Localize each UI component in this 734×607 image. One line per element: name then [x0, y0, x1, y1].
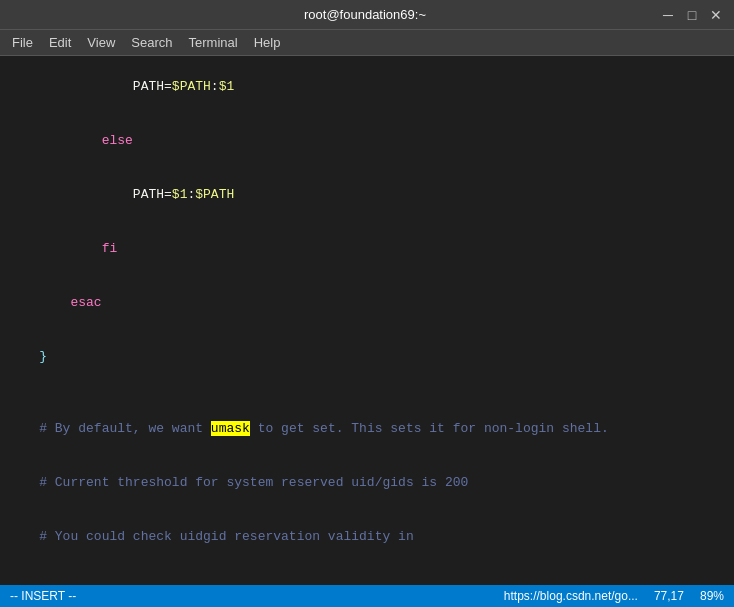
- code-line-1: PATH=$PATH:$1: [0, 60, 734, 114]
- status-url: https://blog.csdn.net/go...: [504, 589, 638, 603]
- status-bar: -- INSERT -- https://blog.csdn.net/go...…: [0, 585, 734, 607]
- menu-help[interactable]: Help: [246, 32, 289, 53]
- window-controls: ─ □ ✕: [660, 7, 724, 23]
- menu-search[interactable]: Search: [123, 32, 180, 53]
- code-line-10: # You could check uidgid reservation val…: [0, 510, 734, 564]
- cursor-position: 77,17: [654, 589, 684, 603]
- title-bar: root@foundation69:~ ─ □ ✕: [0, 0, 734, 30]
- code-line-6: }: [0, 330, 734, 384]
- code-line-9: # Current threshold for system reserved …: [0, 456, 734, 510]
- code-line-7: [0, 384, 734, 402]
- menu-view[interactable]: View: [79, 32, 123, 53]
- editor-mode: -- INSERT --: [10, 589, 76, 603]
- code-line-8: # By default, we want umask to get set. …: [0, 402, 734, 456]
- maximize-button[interactable]: □: [684, 7, 700, 23]
- code-line-3: PATH=$1:$PATH: [0, 168, 734, 222]
- minimize-button[interactable]: ─: [660, 7, 676, 23]
- window-title: root@foundation69:~: [70, 7, 660, 22]
- menu-bar: File Edit View Search Terminal Help: [0, 30, 734, 56]
- menu-terminal[interactable]: Terminal: [181, 32, 246, 53]
- code-line-11: # /usr/share/doc/setup-*/uidgid file: [0, 564, 734, 585]
- editor-area[interactable]: PATH=$PATH:$1 else PATH=$1:$PATH fi esac…: [0, 56, 734, 585]
- status-right: https://blog.csdn.net/go... 77,17 89%: [504, 589, 724, 603]
- menu-edit[interactable]: Edit: [41, 32, 79, 53]
- scroll-percentage: 89%: [700, 589, 724, 603]
- status-left: -- INSERT --: [10, 589, 76, 603]
- code-line-4: fi: [0, 222, 734, 276]
- menu-file[interactable]: File: [4, 32, 41, 53]
- code-line-2: else: [0, 114, 734, 168]
- code-line-5: esac: [0, 276, 734, 330]
- close-button[interactable]: ✕: [708, 7, 724, 23]
